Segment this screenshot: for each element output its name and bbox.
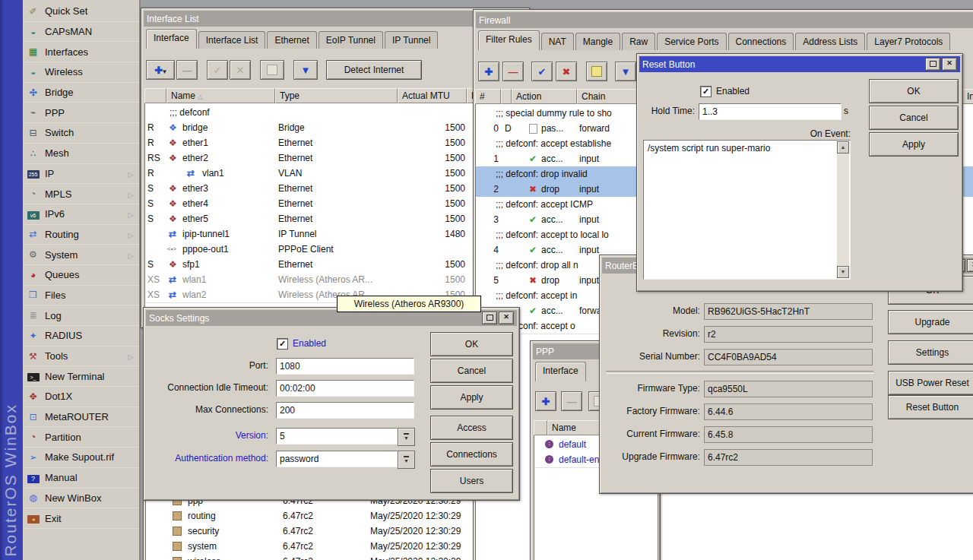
flags-column-header[interactable] xyxy=(534,420,547,435)
max-connections-field[interactable]: 200 xyxy=(276,402,414,419)
sidebar-item-interfaces[interactable]: Interfaces xyxy=(23,42,139,62)
cancel-button[interactable]: Cancel xyxy=(869,106,959,130)
interface-row[interactable]: RbridgeBridge1500 xyxy=(145,120,524,136)
close-button[interactable]: ✕ xyxy=(967,259,973,272)
tab-interface[interactable]: Interface xyxy=(535,362,586,381)
reset-button-button[interactable]: Reset Button xyxy=(888,395,973,419)
sidebar-item-partition[interactable]: Partition xyxy=(23,427,139,448)
tab-interface[interactable]: Interface xyxy=(146,29,197,49)
sidebar-item-system[interactable]: System xyxy=(23,245,139,265)
tab-nat[interactable]: NAT xyxy=(541,33,574,50)
tab-ethernet[interactable]: Ethernet xyxy=(267,31,316,49)
version-dropdown-button[interactable] xyxy=(398,428,415,446)
interface-row[interactable]: Rether1Ethernet1500 xyxy=(145,135,524,151)
close-button[interactable]: ✕ xyxy=(942,58,957,71)
chain-column-header[interactable]: Chain xyxy=(577,89,638,104)
sidebar-item-queues[interactable]: Queues xyxy=(23,265,139,286)
sidebar-item-make-supout[interactable]: Make Supout.rif xyxy=(23,448,139,468)
num-column-header[interactable]: # xyxy=(475,89,501,104)
users-button[interactable]: Users xyxy=(430,469,513,493)
port-field[interactable]: 1080 xyxy=(276,358,414,375)
enable-button[interactable] xyxy=(531,62,553,81)
maximize-button[interactable] xyxy=(925,58,940,71)
flags-column-header[interactable] xyxy=(144,88,166,103)
cancel-button[interactable]: Cancel xyxy=(430,359,513,383)
apply-button[interactable]: Apply xyxy=(869,132,959,157)
connections-button[interactable]: Connections xyxy=(430,442,513,467)
access-button[interactable]: Access xyxy=(430,416,513,440)
interface-list-titlebar[interactable]: Interface List xyxy=(144,11,527,27)
sidebar-item-exit[interactable]: Exit xyxy=(23,508,139,529)
usb-power-reset-button[interactable]: USB Power Reset xyxy=(888,371,973,395)
firewall-titlebar[interactable]: Firewall xyxy=(476,12,973,28)
tab-connections[interactable]: Connections xyxy=(728,33,794,50)
sidebar-item-routing[interactable]: Routing xyxy=(23,225,139,245)
sidebar-item-tools[interactable]: Tools xyxy=(23,346,139,367)
version-field[interactable]: 5 xyxy=(276,428,398,445)
comment-button[interactable] xyxy=(586,62,607,81)
in-interface-column-header[interactable]: In. xyxy=(962,89,973,104)
serial-number-field[interactable]: CC4F0BA9AD54 xyxy=(704,349,873,365)
sidebar-item-bridge[interactable]: Bridge xyxy=(23,83,139,103)
ok-button[interactable]: OK xyxy=(869,79,959,103)
interface-row[interactable]: ipip-tunnel1IP Tunnel1480 xyxy=(145,226,524,242)
remove-button[interactable] xyxy=(176,60,198,80)
interface-row[interactable]: Sether4Ethernet1500 xyxy=(145,196,524,212)
textarea-scrollbar[interactable]: ▲ ▼ xyxy=(837,141,849,278)
package-row[interactable]: system 6.47rc2 May/25/2020 12:30:29 xyxy=(146,539,521,555)
factory-firmware-field[interactable]: 6.44.6 xyxy=(704,403,873,420)
filter-button[interactable] xyxy=(615,62,636,81)
sidebar-item-manual[interactable]: Manual xyxy=(23,468,139,489)
sidebar-item-wireless[interactable]: Wireless xyxy=(23,62,139,83)
scroll-down-icon[interactable]: ▼ xyxy=(837,266,849,278)
tab-interface-list[interactable]: Interface List xyxy=(198,31,266,49)
upgrade-firmware-field[interactable]: 6.47rc2 xyxy=(704,449,873,466)
interface-row[interactable]: pppoe-out1PPPoE Client xyxy=(145,242,524,258)
sidebar-item-metarouter[interactable]: MetaROUTER xyxy=(23,407,139,428)
current-firmware-field[interactable]: 6.45.8 xyxy=(704,426,873,443)
authentication-method-dropdown-button[interactable] xyxy=(398,451,415,469)
flags-column-header[interactable] xyxy=(501,89,512,104)
interface-row[interactable]: Ssfp1Ethernet1500 xyxy=(145,257,524,273)
settings-button[interactable]: Settings xyxy=(888,340,973,365)
add-button[interactable] xyxy=(146,60,175,80)
sidebar-item-dot1x[interactable]: Dot1X xyxy=(23,387,139,407)
hold-time-field[interactable]: 1..3 xyxy=(699,103,841,120)
scroll-up-icon[interactable]: ▲ xyxy=(837,141,849,153)
package-row[interactable]: wireless 6.47rc2 May/25/2020 12:30:29 xyxy=(146,554,521,560)
on-event-script-textarea[interactable]: /system script run super-mario ▲ ▼ xyxy=(643,140,851,280)
sidebar-item-quick-set[interactable]: Quick Set xyxy=(23,2,139,22)
tab-service-ports[interactable]: Service Ports xyxy=(657,33,726,50)
sidebar-item-ppp[interactable]: PPP xyxy=(23,103,139,123)
add-button[interactable] xyxy=(478,62,499,81)
action-column-header[interactable]: Action xyxy=(512,89,577,104)
close-button[interactable]: ✕ xyxy=(499,312,514,324)
maximize-button[interactable] xyxy=(482,312,497,324)
tab-filter-rules[interactable]: Filter Rules xyxy=(478,30,540,50)
enabled-checkbox[interactable] xyxy=(277,338,288,350)
revision-field[interactable]: r2 xyxy=(704,326,873,343)
interface-row[interactable]: Sether3Ethernet1500 xyxy=(145,181,524,197)
firmware-type-field[interactable]: qca9550L xyxy=(704,381,873,397)
sidebar-item-capsman[interactable]: CAPsMAN xyxy=(23,22,139,43)
comment-row[interactable]: ;;; defconf xyxy=(145,105,524,121)
tab-layer7-protocols[interactable]: Layer7 Protocols xyxy=(867,33,950,50)
sidebar-item-ipv6[interactable]: IPv6 xyxy=(23,204,139,225)
ok-button[interactable]: OK xyxy=(430,332,513,356)
package-row[interactable]: security 6.47rc2 May/25/2020 12:30:29 xyxy=(146,524,521,539)
sidebar-item-switch[interactable]: Switch xyxy=(23,123,139,144)
interface-row[interactable]: Sether5Ethernet1500 xyxy=(145,211,524,227)
type-column-header[interactable]: Type xyxy=(275,88,398,103)
tab-ip-tunnel[interactable]: IP Tunnel xyxy=(385,31,438,49)
sidebar-item-mesh[interactable]: Mesh xyxy=(23,144,139,164)
name-column-header[interactable]: Name xyxy=(166,88,275,103)
enabled-checkbox[interactable] xyxy=(700,86,712,97)
sidebar-item-new-winbox[interactable]: New WinBox xyxy=(23,489,139,509)
socks-titlebar[interactable]: Socks Settings ✕ xyxy=(146,310,517,326)
actual-mtu-column-header[interactable]: Actual MTU xyxy=(398,88,467,103)
enable-button[interactable] xyxy=(207,60,228,80)
sidebar-item-log[interactable]: Log xyxy=(23,305,139,326)
tab-eoip-tunnel[interactable]: EoIP Tunnel xyxy=(319,31,383,49)
interface-row[interactable]: Rvlan1VLAN1500 xyxy=(145,166,524,182)
tab-mangle[interactable]: Mangle xyxy=(575,33,620,50)
